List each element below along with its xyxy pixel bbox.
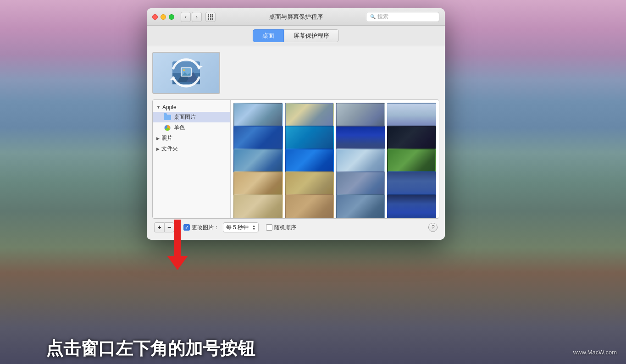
content-area: ▼ Apple 桌面图片 单色 ▶	[152, 99, 439, 219]
wallpaper-item-19[interactable]	[336, 194, 385, 218]
window-title: 桌面与屏幕保护程序	[269, 13, 323, 21]
sidebar-section-folders[interactable]: ▶ 文件夹	[153, 143, 230, 154]
back-button[interactable]: ‹	[181, 12, 191, 22]
wallpaper-preview	[152, 52, 220, 94]
change-controls: 更改图片： 每 5 秒钟 ▲ ▼	[183, 222, 259, 232]
arrow-down: ▼	[252, 227, 255, 231]
forward-button[interactable]: ›	[192, 12, 202, 22]
add-remove-buttons: + −	[154, 222, 174, 232]
wallpaper-item-17[interactable]	[233, 194, 283, 218]
select-arrows: ▲ ▼	[252, 224, 255, 231]
collapse-triangle-folders: ▶	[156, 147, 160, 151]
help-button[interactable]: ?	[428, 223, 438, 232]
grid-icon	[208, 14, 213, 20]
sidebar-section-folders-label: 文件夹	[161, 145, 178, 153]
tab-desktop[interactable]: 桌面	[253, 29, 284, 42]
change-image-row: 更改图片：	[183, 224, 219, 232]
sidebar-item-desktop-pictures[interactable]: 桌面图片	[153, 112, 230, 122]
interval-select[interactable]: 每 5 秒钟 ▲ ▼	[223, 222, 259, 232]
change-image-checkbox[interactable]	[183, 224, 190, 231]
sidebar-section-apple[interactable]: ▼ Apple	[153, 103, 230, 112]
main-content: ▼ Apple 桌面图片 单色 ▶	[147, 46, 445, 240]
preview-icon	[168, 55, 205, 91]
arrow-up: ▲	[252, 224, 255, 227]
title-bar: ‹ › 桌面与屏幕保护程序 🔍 搜索	[147, 8, 445, 26]
sidebar-item-solid-colors[interactable]: 单色	[153, 122, 230, 133]
color-icon	[164, 124, 171, 132]
search-box[interactable]: 🔍 搜索	[366, 12, 439, 22]
collapse-triangle-photos: ▶	[156, 136, 160, 141]
sidebar-section-photos-label: 照片	[161, 134, 172, 142]
tab-bar: 桌面 屏幕保护程序	[147, 26, 445, 46]
preview-area	[152, 52, 439, 94]
wallpaper-item-18[interactable]	[285, 194, 334, 218]
random-order-checkbox[interactable]	[266, 224, 272, 231]
collapse-triangle-apple: ▼	[156, 105, 161, 110]
sidebar-item-desktop-pictures-label: 桌面图片	[174, 113, 196, 121]
color-circle	[164, 125, 171, 131]
svg-point-9	[183, 69, 185, 71]
wallpaper-item-20[interactable]	[387, 194, 437, 218]
sidebar-section-photos[interactable]: ▶ 照片	[153, 133, 230, 143]
maximize-button[interactable]	[169, 14, 174, 20]
random-order-label: 随机顺序	[274, 224, 296, 232]
grid-view-button[interactable]	[205, 12, 216, 22]
minimize-button[interactable]	[161, 14, 166, 20]
desktop-screensaver-window: ‹ › 桌面与屏幕保护程序 🔍 搜索 桌面 屏幕保护程序	[147, 8, 445, 240]
random-order-row: 随机顺序	[266, 224, 296, 232]
folder-shape	[164, 115, 171, 120]
tab-screensaver[interactable]: 屏幕保护程序	[284, 29, 339, 42]
wallpaper-grid	[231, 100, 439, 218]
search-icon: 🔍	[370, 14, 376, 19]
traffic-lights	[152, 14, 174, 20]
add-button[interactable]: +	[154, 222, 164, 232]
search-placeholder: 搜索	[377, 13, 388, 21]
folder-icon-desktop	[164, 114, 171, 121]
sidebar-section-apple-label: Apple	[162, 104, 177, 110]
sidebar-item-solid-colors-label: 单色	[174, 124, 185, 132]
remove-button[interactable]: −	[164, 222, 174, 232]
bottom-controls: + − 更改图片： 每 5 秒钟 ▲ ▼ 随机顺序	[152, 219, 439, 234]
change-image-label: 更改图片：	[192, 224, 219, 232]
close-button[interactable]	[152, 14, 158, 20]
sidebar: ▼ Apple 桌面图片 单色 ▶	[153, 100, 231, 218]
interval-value: 每 5 秒钟	[226, 224, 249, 232]
nav-buttons: ‹ ›	[181, 12, 202, 22]
